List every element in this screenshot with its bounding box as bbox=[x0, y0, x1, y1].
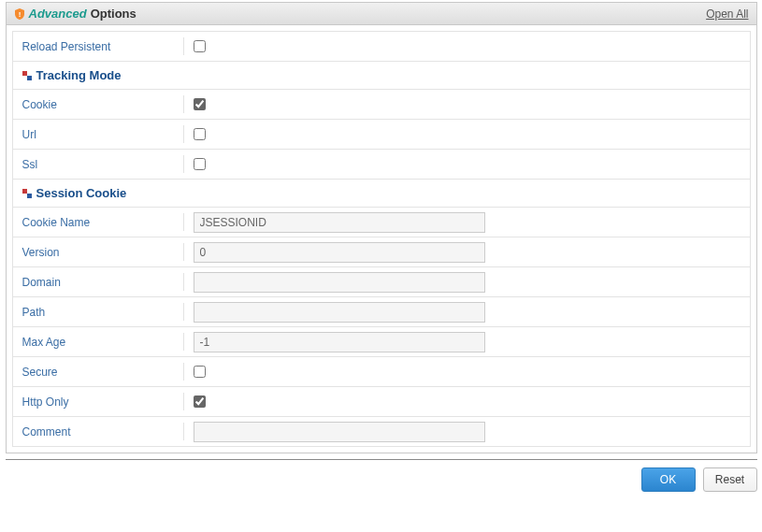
input-cookie-name[interactable] bbox=[194, 212, 485, 233]
svg-text:!: ! bbox=[18, 10, 21, 19]
svg-rect-2 bbox=[27, 76, 32, 80]
label-path: Path bbox=[13, 297, 183, 326]
row-comment: Comment bbox=[13, 417, 750, 447]
row-version: Version bbox=[13, 237, 750, 267]
panel-body: Reload Persistent Tracking Mode Cookie bbox=[7, 25, 756, 453]
label-comment: Comment bbox=[13, 417, 183, 446]
shield-icon: ! bbox=[14, 8, 25, 20]
title-advanced: Advanced bbox=[29, 7, 87, 21]
control-reload-persistent bbox=[184, 32, 750, 61]
section-tracking-mode: Tracking Mode bbox=[13, 62, 750, 90]
footer-buttons: OK Reset bbox=[6, 467, 757, 497]
input-domain[interactable] bbox=[194, 272, 485, 293]
form-inner: Reload Persistent Tracking Mode Cookie bbox=[12, 31, 751, 447]
label-http-only: Http Only bbox=[13, 387, 183, 416]
control-ssl bbox=[184, 150, 750, 179]
row-cookie: Cookie bbox=[13, 90, 750, 120]
section-head-session: Session Cookie bbox=[13, 180, 137, 207]
control-http-only bbox=[184, 387, 750, 416]
control-version bbox=[184, 237, 750, 266]
checkbox-reload-persistent[interactable] bbox=[194, 40, 206, 52]
footer-separator bbox=[6, 459, 757, 460]
title-options: Options bbox=[91, 7, 137, 21]
section-session-cookie: Session Cookie bbox=[13, 180, 750, 208]
ok-button[interactable]: OK bbox=[641, 467, 696, 492]
row-ssl: Ssl bbox=[13, 150, 750, 180]
input-path[interactable] bbox=[194, 302, 485, 323]
checkbox-ssl[interactable] bbox=[194, 158, 206, 170]
label-url: Url bbox=[13, 120, 183, 149]
row-secure: Secure bbox=[13, 357, 750, 387]
open-all-link[interactable]: Open All bbox=[706, 7, 748, 21]
control-max-age bbox=[184, 327, 750, 356]
row-domain: Domain bbox=[13, 267, 750, 297]
row-max-age: Max Age bbox=[13, 327, 750, 357]
collapse-icon[interactable] bbox=[22, 189, 32, 198]
control-cookie-name bbox=[184, 208, 750, 237]
svg-rect-4 bbox=[27, 194, 32, 198]
control-path bbox=[184, 297, 750, 326]
collapse-icon[interactable] bbox=[22, 71, 32, 80]
label-cookie: Cookie bbox=[13, 90, 183, 119]
label-ssl: Ssl bbox=[13, 150, 183, 179]
section-title-tracking: Tracking Mode bbox=[36, 68, 122, 82]
row-reload-persistent: Reload Persistent bbox=[13, 32, 750, 62]
row-cookie-name: Cookie Name bbox=[13, 208, 750, 237]
checkbox-url[interactable] bbox=[194, 128, 206, 140]
control-cookie bbox=[184, 90, 750, 119]
svg-rect-1 bbox=[22, 71, 27, 76]
input-max-age[interactable] bbox=[194, 332, 485, 352]
row-http-only: Http Only bbox=[13, 387, 750, 417]
reset-button[interactable]: Reset bbox=[703, 467, 757, 492]
panel-title: ! Advanced Options bbox=[14, 7, 137, 21]
label-domain: Domain bbox=[13, 267, 183, 296]
svg-rect-3 bbox=[22, 189, 27, 194]
advanced-options-panel: ! Advanced Options Open All Reload Persi… bbox=[6, 2, 757, 453]
label-reload-persistent: Reload Persistent bbox=[13, 32, 183, 61]
section-title-session: Session Cookie bbox=[36, 186, 127, 200]
control-comment bbox=[184, 417, 750, 446]
label-version: Version bbox=[13, 237, 183, 266]
checkbox-http-only[interactable] bbox=[194, 395, 206, 408]
section-head-tracking: Tracking Mode bbox=[13, 62, 131, 89]
label-cookie-name: Cookie Name bbox=[13, 208, 183, 237]
label-max-age: Max Age bbox=[13, 327, 183, 356]
label-secure: Secure bbox=[13, 357, 183, 386]
control-secure bbox=[184, 357, 750, 386]
checkbox-secure[interactable] bbox=[194, 366, 206, 378]
input-version[interactable] bbox=[194, 242, 485, 263]
panel-header: ! Advanced Options Open All bbox=[7, 3, 756, 25]
control-domain bbox=[184, 267, 750, 296]
input-comment[interactable] bbox=[194, 422, 485, 442]
row-path: Path bbox=[13, 297, 750, 327]
row-url: Url bbox=[13, 120, 750, 150]
control-url bbox=[184, 120, 750, 149]
checkbox-cookie[interactable] bbox=[194, 98, 206, 110]
